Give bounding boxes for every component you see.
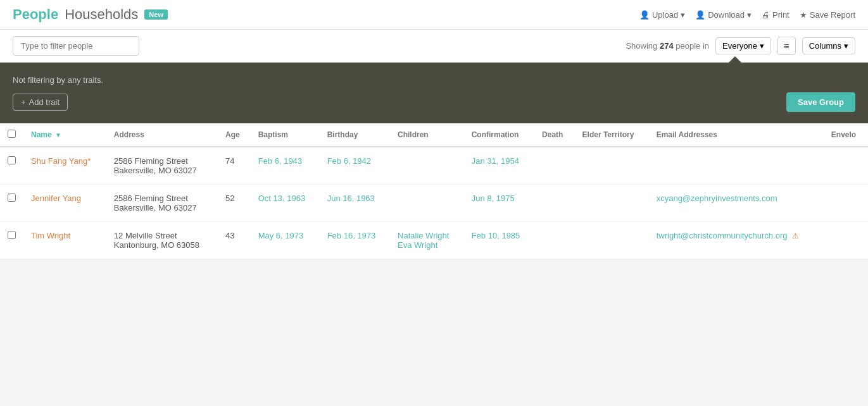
upload-icon: 👤 <box>639 10 650 20</box>
download-icon: 👤 <box>695 10 705 20</box>
people-table: Name ▼ Address Age Baptism Birthday Chil… <box>0 123 868 259</box>
row3-death <box>534 222 574 259</box>
print-button[interactable]: 🖨 Print <box>762 10 789 20</box>
top-bar: People Households New 👤 Upload ▾ 👤 Downl… <box>0 0 868 30</box>
star-icon: ★ <box>800 10 807 20</box>
row1-baptism: Feb 6, 1943 <box>251 147 320 185</box>
save-group-button[interactable]: Save Group <box>786 92 855 112</box>
save-report-button[interactable]: ★ Save Report <box>800 10 855 20</box>
upload-button[interactable]: 👤 Upload ▾ <box>639 10 685 20</box>
table-row: Tim Wright 12 Melville Street Kantonburg… <box>0 222 868 259</box>
row2-confirmation: Jun 8, 1975 <box>464 185 534 222</box>
filter-people-input[interactable] <box>13 36 139 56</box>
warning-icon: ⚠ <box>792 231 799 240</box>
row1-confirmation: Jan 31, 1954 <box>464 147 534 185</box>
col-address: Address <box>106 123 218 147</box>
col-birthday: Birthday <box>320 123 390 147</box>
col-name[interactable]: Name ▼ <box>23 123 106 147</box>
row1-age: 74 <box>218 147 251 185</box>
row3-baptism: May 6, 1973 <box>251 222 320 259</box>
row1-address: 2586 Fleming Street Bakersville, MO 6302… <box>106 147 218 185</box>
list-icon: ≡ <box>784 40 789 51</box>
row2-age: 52 <box>218 185 251 222</box>
row1-envelope <box>824 147 868 185</box>
row3-checkbox[interactable] <box>8 231 16 239</box>
plus-icon: + <box>21 97 26 107</box>
row2-name[interactable]: Jennifer Yang <box>23 185 106 222</box>
row2-children <box>390 185 464 222</box>
table-row: Shu Fang Yang* 2586 Fleming Street Baker… <box>0 147 868 185</box>
row3-checkbox-cell[interactable] <box>0 222 23 259</box>
trait-panel: Not filtering by any traits. + Add trait… <box>0 63 868 123</box>
col-email-addresses: Email Addresses <box>649 123 824 147</box>
col-baptism: Baptism <box>251 123 320 147</box>
filter-right: Showing 274 people in Everyone ▾ ≡ Colum… <box>626 37 855 55</box>
print-icon: 🖨 <box>762 10 770 20</box>
chevron-down-icon: ▾ <box>747 10 752 20</box>
row1-name[interactable]: Shu Fang Yang* <box>23 147 106 185</box>
row2-elder-territory <box>575 185 649 222</box>
title-households: Households <box>65 6 138 23</box>
row1-birthday: Feb 6, 1942 <box>320 147 390 185</box>
row3-age: 43 <box>218 222 251 259</box>
row3-birthday: Feb 16, 1973 <box>320 222 390 259</box>
row2-email[interactable]: xcyang@zephryinvestments.com <box>649 185 824 222</box>
col-children: Children <box>390 123 464 147</box>
chevron-down-icon: ▾ <box>844 41 848 51</box>
row1-elder-territory <box>575 147 649 185</box>
row2-birthday: Jun 16, 1963 <box>320 185 390 222</box>
sort-icon: ▼ <box>55 132 61 138</box>
columns-dropdown[interactable]: Columns ▾ <box>802 37 855 54</box>
download-button[interactable]: 👤 Download ▾ <box>695 10 752 20</box>
caret-up <box>729 56 741 63</box>
top-actions: 👤 Upload ▾ 👤 Download ▾ 🖨 Print ★ Save R… <box>639 10 855 20</box>
row1-email <box>649 147 824 185</box>
row3-children: Natalie Wright Eva Wright <box>390 222 464 259</box>
col-death: Death <box>534 123 574 147</box>
people-table-container: Name ▼ Address Age Baptism Birthday Chil… <box>0 123 868 259</box>
select-all-checkbox[interactable] <box>8 130 16 138</box>
chevron-down-icon: ▾ <box>681 10 685 20</box>
row1-children <box>390 147 464 185</box>
col-elder-territory: Elder Territory <box>575 123 649 147</box>
row1-death <box>534 147 574 185</box>
row2-checkbox-cell[interactable] <box>0 185 23 222</box>
chevron-down-icon: ▾ <box>760 41 764 51</box>
row2-address: 2586 Fleming Street Bakersville, MO 6302… <box>106 185 218 222</box>
row2-baptism: Oct 13, 1963 <box>251 185 320 222</box>
new-badge: New <box>144 9 168 20</box>
select-all-header[interactable] <box>0 123 23 147</box>
row2-envelope <box>824 185 868 222</box>
row3-address: 12 Melville Street Kantonburg, MO 63058 <box>106 222 218 259</box>
title-people: People <box>13 6 58 23</box>
row2-death <box>534 185 574 222</box>
row3-elder-territory <box>575 222 649 259</box>
trait-panel-message: Not filtering by any traits. <box>13 75 855 85</box>
row1-checkbox[interactable] <box>8 156 16 164</box>
title-section: People Households New <box>13 6 168 23</box>
col-envelope: Envelo <box>824 123 868 147</box>
showing-text: Showing 274 people in <box>626 41 709 51</box>
table-row: Jennifer Yang 2586 Fleming Street Bakers… <box>0 185 868 222</box>
col-age: Age <box>218 123 251 147</box>
row3-envelope <box>824 222 868 259</box>
row3-email[interactable]: twright@christcommunitychurch.org ⚠ <box>649 222 824 259</box>
row2-checkbox[interactable] <box>8 194 16 202</box>
everyone-dropdown[interactable]: Everyone ▾ <box>715 37 771 54</box>
row1-checkbox-cell[interactable] <box>0 147 23 185</box>
row3-confirmation: Feb 10, 1985 <box>464 222 534 259</box>
add-trait-button[interactable]: + Add trait <box>13 94 68 111</box>
list-view-button[interactable]: ≡ <box>777 37 796 55</box>
row3-name[interactable]: Tim Wright <box>23 222 106 259</box>
table-header-row: Name ▼ Address Age Baptism Birthday Chil… <box>0 123 868 147</box>
col-confirmation: Confirmation <box>464 123 534 147</box>
